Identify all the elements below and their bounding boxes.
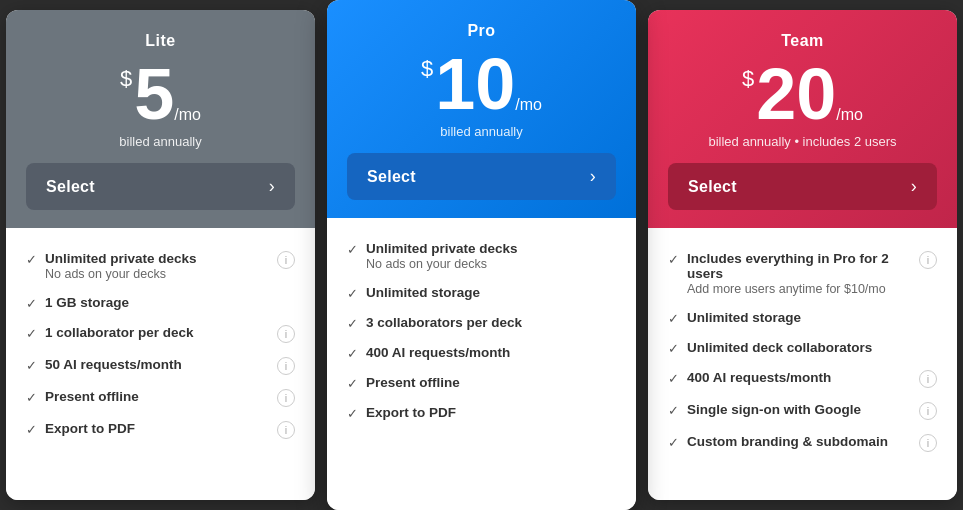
list-item: ✓1 GB storage xyxy=(26,288,295,318)
feature-title: 1 collaborator per deck xyxy=(45,325,271,340)
list-item: ✓Unlimited private decksNo ads on your d… xyxy=(347,234,616,278)
feature-text: Unlimited private decksNo ads on your de… xyxy=(366,241,616,271)
info-icon[interactable]: i xyxy=(919,251,937,269)
feature-text: Unlimited deck collaborators xyxy=(687,340,937,355)
team-price: 20 xyxy=(756,58,836,130)
feature-title: 400 AI requests/month xyxy=(366,345,616,360)
pro-select-button[interactable]: Select› xyxy=(347,153,616,200)
plan-card-team: Team$20/mobilled annually • includes 2 u… xyxy=(648,10,957,500)
list-item: ✓400 AI requests/monthi xyxy=(668,363,937,395)
pro-features: ✓Unlimited private decksNo ads on your d… xyxy=(327,218,636,510)
feature-title: Present offline xyxy=(366,375,616,390)
feature-text: Present offline xyxy=(366,375,616,390)
list-item: ✓Includes everything in Pro for 2 usersA… xyxy=(668,244,937,303)
checkmark-icon: ✓ xyxy=(26,358,37,373)
team-select-button[interactable]: Select› xyxy=(668,163,937,210)
feature-subtitle: No ads on your decks xyxy=(366,257,487,271)
feature-title: 3 collaborators per deck xyxy=(366,315,616,330)
feature-text: Single sign-on with Google xyxy=(687,402,913,417)
team-name: Team xyxy=(781,32,824,50)
checkmark-icon: ✓ xyxy=(347,316,358,331)
list-item: ✓Present offline xyxy=(347,368,616,398)
checkmark-icon: ✓ xyxy=(668,341,679,356)
team-billing: billed annually • includes 2 users xyxy=(708,134,896,149)
feature-title: Unlimited private decks xyxy=(45,251,271,266)
list-item: ✓Unlimited storage xyxy=(347,278,616,308)
feature-subtitle: No ads on your decks xyxy=(45,267,166,281)
team-header: Team$20/mobilled annually • includes 2 u… xyxy=(648,10,957,228)
feature-text: 3 collaborators per deck xyxy=(366,315,616,330)
info-icon[interactable]: i xyxy=(919,370,937,388)
checkmark-icon: ✓ xyxy=(347,346,358,361)
checkmark-icon: ✓ xyxy=(668,435,679,450)
feature-title: 50 AI requests/month xyxy=(45,357,271,372)
info-icon[interactable]: i xyxy=(277,325,295,343)
team-select-label: Select xyxy=(688,178,737,196)
info-icon[interactable]: i xyxy=(919,402,937,420)
checkmark-icon: ✓ xyxy=(26,296,37,311)
list-item: ✓Unlimited storage xyxy=(668,303,937,333)
plans-container: Lite$5/mobilled annuallySelect›✓Unlimite… xyxy=(0,0,963,510)
list-item: ✓Export to PDF xyxy=(347,398,616,428)
feature-title: 1 GB storage xyxy=(45,295,295,310)
team-price-row: $20/mo xyxy=(742,58,863,130)
feature-text: Export to PDF xyxy=(45,421,271,436)
feature-text: 1 collaborator per deck xyxy=(45,325,271,340)
feature-title: 400 AI requests/month xyxy=(687,370,913,385)
pro-period: /mo xyxy=(515,96,542,114)
pro-select-chevron: › xyxy=(590,166,596,187)
list-item: ✓3 collaborators per deck xyxy=(347,308,616,338)
pro-price: 10 xyxy=(435,48,515,120)
list-item: ✓Present offlinei xyxy=(26,382,295,414)
lite-period: /mo xyxy=(174,106,201,124)
plan-card-pro: Pro$10/mobilled annuallySelect›✓Unlimite… xyxy=(327,0,636,510)
feature-text: Present offline xyxy=(45,389,271,404)
list-item: ✓1 collaborator per decki xyxy=(26,318,295,350)
lite-features: ✓Unlimited private decksNo ads on your d… xyxy=(6,228,315,500)
feature-text: 1 GB storage xyxy=(45,295,295,310)
info-icon[interactable]: i xyxy=(277,421,295,439)
checkmark-icon: ✓ xyxy=(668,371,679,386)
feature-subtitle: Add more users anytime for $10/mo xyxy=(687,282,886,296)
list-item: ✓50 AI requests/monthi xyxy=(26,350,295,382)
feature-title: Unlimited deck collaborators xyxy=(687,340,937,355)
info-icon[interactable]: i xyxy=(277,389,295,407)
pro-price-row: $10/mo xyxy=(421,48,542,120)
team-select-chevron: › xyxy=(911,176,917,197)
feature-title: Export to PDF xyxy=(366,405,616,420)
checkmark-icon: ✓ xyxy=(26,422,37,437)
feature-text: 50 AI requests/month xyxy=(45,357,271,372)
checkmark-icon: ✓ xyxy=(26,390,37,405)
pro-name: Pro xyxy=(467,22,495,40)
info-icon[interactable]: i xyxy=(277,251,295,269)
feature-text: Unlimited storage xyxy=(687,310,937,325)
list-item: ✓Single sign-on with Googlei xyxy=(668,395,937,427)
lite-select-button[interactable]: Select› xyxy=(26,163,295,210)
feature-title: Custom branding & subdomain xyxy=(687,434,913,449)
list-item: ✓Unlimited private decksNo ads on your d… xyxy=(26,244,295,288)
list-item: ✓400 AI requests/month xyxy=(347,338,616,368)
checkmark-icon: ✓ xyxy=(26,326,37,341)
pro-currency: $ xyxy=(421,56,433,82)
checkmark-icon: ✓ xyxy=(347,242,358,257)
lite-select-label: Select xyxy=(46,178,95,196)
info-icon[interactable]: i xyxy=(277,357,295,375)
feature-text: 400 AI requests/month xyxy=(687,370,913,385)
checkmark-icon: ✓ xyxy=(347,376,358,391)
feature-title: Includes everything in Pro for 2 users xyxy=(687,251,913,281)
list-item: ✓Custom branding & subdomaini xyxy=(668,427,937,459)
team-features: ✓Includes everything in Pro for 2 usersA… xyxy=(648,228,957,500)
checkmark-icon: ✓ xyxy=(668,252,679,267)
plan-card-lite: Lite$5/mobilled annuallySelect›✓Unlimite… xyxy=(6,10,315,500)
lite-select-chevron: › xyxy=(269,176,275,197)
team-period: /mo xyxy=(836,106,863,124)
checkmark-icon: ✓ xyxy=(26,252,37,267)
lite-currency: $ xyxy=(120,66,132,92)
lite-billing: billed annually xyxy=(119,134,201,149)
lite-header: Lite$5/mobilled annuallySelect› xyxy=(6,10,315,228)
feature-title: Unlimited private decks xyxy=(366,241,616,256)
info-icon[interactable]: i xyxy=(919,434,937,452)
feature-text: Includes everything in Pro for 2 usersAd… xyxy=(687,251,913,296)
feature-title: Unlimited storage xyxy=(687,310,937,325)
checkmark-icon: ✓ xyxy=(347,286,358,301)
